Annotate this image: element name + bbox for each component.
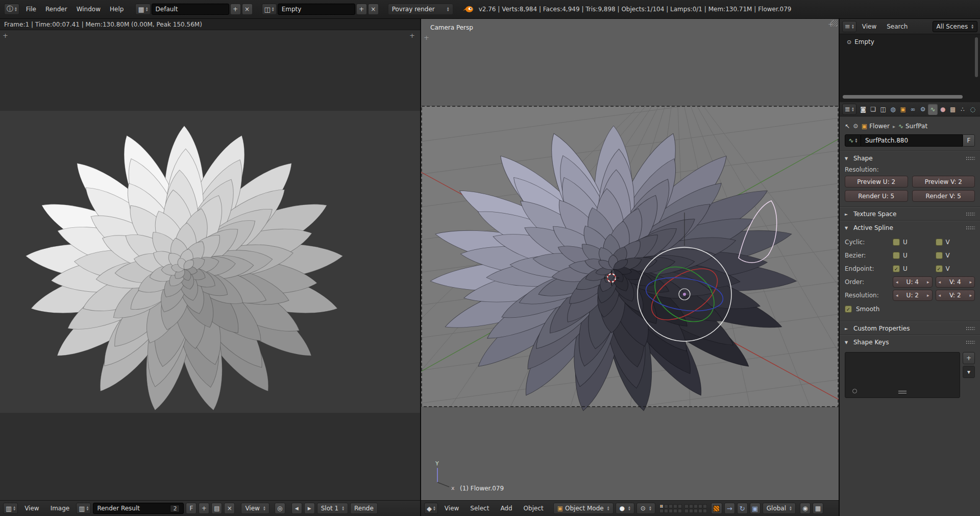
preview-v-button[interactable]: Preview V: 2 <box>912 176 975 187</box>
slot-dropdown[interactable]: Slot 1 <box>317 503 348 514</box>
menu-view[interactable]: View <box>857 23 881 30</box>
pack-image-button[interactable]: ▤ <box>211 503 222 514</box>
viewport-shading-dropdown[interactable]: ● <box>616 503 634 514</box>
order-v-stepper[interactable]: ◂ V: 4 ▸ <box>936 276 975 288</box>
bezier-u-checkbox[interactable]: ✓ <box>893 252 900 259</box>
region-corner-widget[interactable] <box>831 20 838 27</box>
scene-name-field[interactable]: Empty <box>278 4 355 15</box>
resolution-u-stepper[interactable]: ◂ U: 2 ▸ <box>893 290 933 301</box>
shape-keys-list[interactable] <box>845 352 960 398</box>
scene-add-button[interactable]: + <box>356 4 367 15</box>
menu-file[interactable]: File <box>21 6 41 13</box>
tab-scene[interactable]: ◫ <box>878 104 888 115</box>
bezier-v-checkbox[interactable]: ✓ <box>936 252 943 259</box>
panel-custom-properties-header[interactable]: ► Custom Properties <box>845 322 975 335</box>
tab-modifiers[interactable]: ⚙ <box>918 104 928 115</box>
snap-button[interactable] <box>711 503 722 514</box>
layout-browse-button[interactable]: ▦ <box>135 4 150 15</box>
layout-add-button[interactable]: + <box>230 4 241 15</box>
cyclic-v-checkbox[interactable]: ✓ <box>936 239 943 246</box>
opengl-render-anim-button[interactable]: ▦ <box>813 503 823 514</box>
order-u-stepper[interactable]: ◂ U: 4 ▸ <box>893 276 933 288</box>
scene-browse-button[interactable]: ◫ <box>262 4 277 15</box>
pivot-dropdown[interactable]: ⊙ <box>636 503 655 514</box>
layer-cell[interactable] <box>673 504 677 508</box>
breadcrumb-object[interactable]: ▣ Flower <box>862 123 890 130</box>
manipulator-translate-button[interactable]: → <box>724 503 735 514</box>
region-toggle-icon[interactable]: + <box>409 32 415 39</box>
region-toggle-icon[interactable]: + <box>3 32 8 39</box>
panel-shape-header[interactable]: ▼ Shape <box>845 152 975 165</box>
layout-delete-button[interactable]: × <box>242 4 253 15</box>
view-mode-dropdown[interactable]: View <box>241 503 269 514</box>
render-slot-dropdown[interactable]: Rende <box>350 503 378 514</box>
layer-cell[interactable] <box>659 509 664 513</box>
smooth-checkbox[interactable]: ✓ <box>845 306 852 313</box>
shape-key-add-button[interactable]: + <box>963 352 975 364</box>
layer-cell[interactable] <box>664 504 668 508</box>
menu-image[interactable]: Image <box>46 505 75 512</box>
datablock-name-field[interactable]: SurfPatch.880 <box>861 134 963 147</box>
outliner-display-dropdown[interactable]: All Scenes <box>933 21 977 32</box>
region-toggle-icon[interactable]: + <box>424 34 429 41</box>
tab-object[interactable]: ▣ <box>898 104 908 115</box>
layer-cell[interactable] <box>678 509 682 513</box>
tab-render-layers[interactable]: ❏ <box>868 104 878 115</box>
endpoint-v-checkbox[interactable]: ✓ <box>936 265 943 272</box>
pin-button[interactable]: ◎ <box>275 503 285 514</box>
tab-constraints[interactable]: ∞ <box>908 104 918 115</box>
tab-material[interactable]: ● <box>938 104 948 115</box>
layer-cell[interactable] <box>689 504 693 508</box>
layers-widget[interactable] <box>659 504 707 513</box>
layer-cell[interactable] <box>664 509 668 513</box>
panel-texture-space-header[interactable]: ► Texture Space <box>845 207 975 221</box>
tab-texture[interactable]: ▩ <box>948 104 958 115</box>
manipulator-rotate-button[interactable]: ↻ <box>737 503 748 514</box>
menu-add[interactable]: Add <box>496 505 517 512</box>
new-image-button[interactable]: + <box>199 503 209 514</box>
render-result-canvas[interactable]: + + <box>0 30 420 500</box>
menu-select[interactable]: Select <box>465 505 494 512</box>
menu-object[interactable]: Object <box>519 505 548 512</box>
orientation-dropdown[interactable]: Global <box>763 503 796 514</box>
manipulator-scale-button[interactable]: ▣ <box>750 503 761 514</box>
image-name-field[interactable]: Render Result 2 <box>93 503 184 514</box>
layout-name-field[interactable]: Default <box>152 4 229 15</box>
layer-cell[interactable] <box>669 509 673 513</box>
resolution-v-stepper[interactable]: ◂ V: 2 ▸ <box>936 290 975 301</box>
layer-cell[interactable] <box>698 509 702 513</box>
menu-search[interactable]: Search <box>882 23 912 30</box>
viewport-canvas[interactable]: Y x Camera Persp (1) Flower.079 + + <box>421 19 839 500</box>
unlink-image-button[interactable]: × <box>224 503 235 514</box>
id-browse-button[interactable]: ∿ <box>845 134 861 147</box>
editor-type-button-image[interactable]: ▥ <box>3 503 18 514</box>
layer-cell[interactable] <box>659 504 664 508</box>
layer-cell[interactable] <box>703 509 707 513</box>
shape-key-specials-button[interactable]: ▾ <box>963 366 975 378</box>
render-engine-dropdown[interactable]: Povray render <box>388 4 453 15</box>
menu-view[interactable]: View <box>20 505 43 512</box>
panel-shape-keys-header[interactable]: ▼ Shape Keys <box>845 336 975 349</box>
layer-cell[interactable] <box>684 504 689 508</box>
outliner-item-empty[interactable]: ⊙ Empty <box>840 34 980 45</box>
tab-particles[interactable]: ∴ <box>958 104 968 115</box>
endpoint-u-checkbox[interactable]: ✓ <box>893 265 900 272</box>
scene-delete-button[interactable]: × <box>368 4 379 15</box>
tab-world[interactable]: ◍ <box>888 104 898 115</box>
outliner-vscrollbar[interactable] <box>975 37 978 77</box>
editor-type-button-properties[interactable]: ≣ <box>842 104 856 115</box>
render-u-button[interactable]: Render U: 5 <box>845 190 908 202</box>
panel-active-spline-header[interactable]: ▼ Active Spline <box>845 221 975 234</box>
outliner-hscrollbar[interactable] <box>843 95 963 99</box>
editor-type-button-3dview[interactable]: ◆ <box>424 503 438 514</box>
editor-type-button-info[interactable]: ⓘ <box>4 4 19 15</box>
image-browse-button[interactable]: ▥ <box>76 503 91 514</box>
tab-physics[interactable]: ◌ <box>968 104 977 115</box>
menu-window[interactable]: Window <box>72 6 105 13</box>
cyclic-u-checkbox[interactable]: ✓ <box>893 239 900 246</box>
menu-help[interactable]: Help <box>105 6 128 13</box>
preview-u-button[interactable]: Preview U: 2 <box>845 176 908 187</box>
layer-cell[interactable] <box>684 509 689 513</box>
editor-type-button-outliner[interactable]: ≡ <box>842 21 856 32</box>
opengl-render-button[interactable]: ◉ <box>800 503 811 514</box>
